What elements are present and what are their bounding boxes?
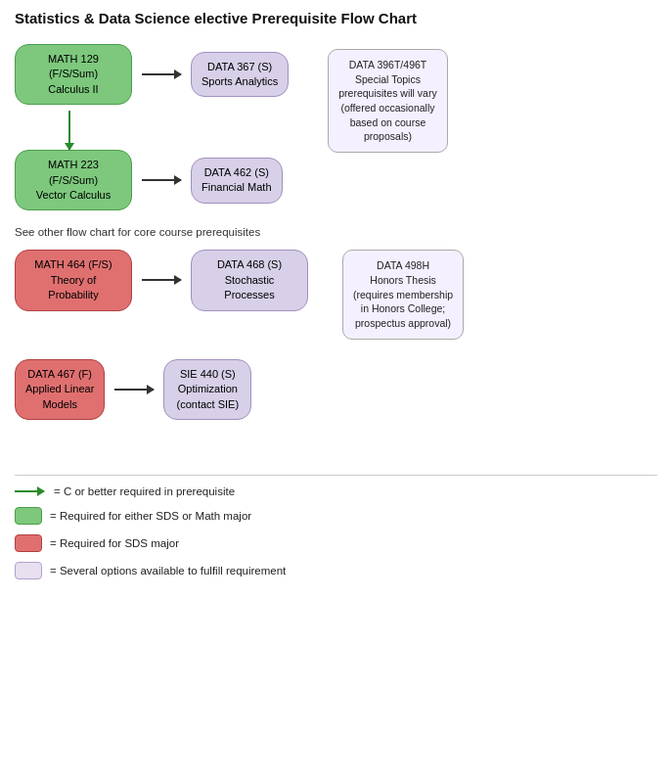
legend-item-red: = Required for SDS major <box>15 534 657 552</box>
arrow-math464-data468 <box>142 279 181 281</box>
page-title: Statistics & Data Science elective Prere… <box>15 10 657 26</box>
arrow-line-1 <box>142 73 181 75</box>
node-math223: MATH 223 (F/S/Sum)Vector Calculus <box>15 150 132 210</box>
legend-arrow-text: = C or better required in prerequisite <box>54 485 235 497</box>
row-math223: MATH 223 (F/S/Sum)Vector Calculus DATA 4… <box>15 150 289 210</box>
arrow-line-2 <box>142 179 181 181</box>
flowchart-area: MATH 129 (F/S/Sum)Calculus II DATA 367 (… <box>15 44 657 426</box>
arrow-line-3 <box>142 279 181 281</box>
node-data467: DATA 467 (F)Applied LinearModels <box>15 359 105 420</box>
middle-section: MATH 464 (F/S)Theory of Probability DATA… <box>15 250 657 339</box>
legend-green-text: = Required for either SDS or Math major <box>50 510 251 522</box>
legend: = C or better required in prerequisite =… <box>15 455 657 579</box>
vert-arrow-1 <box>68 111 70 150</box>
legend-item-lightpurple: = Several options available to fulfill r… <box>15 562 657 579</box>
note-data396: DATA 396T/496TSpecial Topicsprerequisite… <box>328 49 447 153</box>
top-nodes-col: MATH 129 (F/S/Sum)Calculus II DATA 367 (… <box>15 44 289 216</box>
node-data468: DATA 468 (S)Stochastic Processes <box>191 250 308 310</box>
arrow-math129-data367 <box>142 73 181 75</box>
node-math464: MATH 464 (F/S)Theory of Probability <box>15 250 132 310</box>
top-section: MATH 129 (F/S/Sum)Calculus II DATA 367 (… <box>15 44 657 216</box>
legend-item-arrow: = C or better required in prerequisite <box>15 485 657 497</box>
see-other-text: See other flow chart for core course pre… <box>15 226 657 238</box>
arrow-line-4 <box>114 389 154 391</box>
node-data367: DATA 367 (S)Sports Analytics <box>191 52 289 98</box>
row-math464: MATH 464 (F/S)Theory of Probability DATA… <box>15 250 308 310</box>
legend-purple-box <box>15 562 42 579</box>
legend-item-green: = Required for either SDS or Math major <box>15 507 657 525</box>
arrow-data467-sie440 <box>114 389 154 391</box>
node-data462: DATA 462 (S)Financial Math <box>191 158 283 204</box>
legend-red-text: = Required for SDS major <box>50 537 179 549</box>
note-data498h: DATA 498HHonors Thesis(requires membersh… <box>342 250 464 339</box>
legend-green-box <box>15 507 42 525</box>
row-math129: MATH 129 (F/S/Sum)Calculus II DATA 367 (… <box>15 44 289 105</box>
bottom-section: DATA 467 (F)Applied LinearModels SIE 440… <box>15 359 657 426</box>
row-data467: DATA 467 (F)Applied LinearModels SIE 440… <box>15 359 251 420</box>
legend-red-box <box>15 534 42 552</box>
node-math129: MATH 129 (F/S/Sum)Calculus II <box>15 44 132 105</box>
legend-purple-text: = Several options available to fulfill r… <box>50 565 286 576</box>
arrow-math223-data462 <box>142 179 181 181</box>
legend-divider <box>15 475 657 476</box>
legend-green-arrow <box>15 490 46 492</box>
node-sie440: SIE 440 (S)Optimization(contact SIE) <box>163 359 251 420</box>
